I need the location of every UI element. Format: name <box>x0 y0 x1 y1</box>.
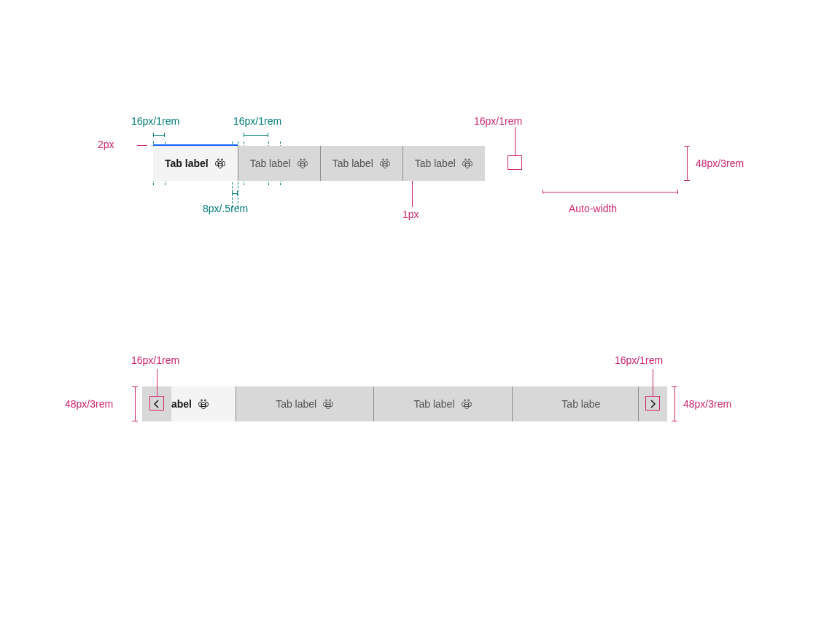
svg-point-7 <box>300 162 305 168</box>
svg-point-6 <box>303 159 305 160</box>
svg-point-12 <box>383 162 387 168</box>
tab-label: Tab label <box>165 158 209 169</box>
bee-icon <box>198 398 209 410</box>
leader <box>515 127 516 155</box>
svg-point-20 <box>201 400 203 401</box>
leader-divider <box>412 181 413 207</box>
anno-height-left: 48px/3rem <box>65 398 113 410</box>
leader <box>653 369 653 396</box>
anno-height: 48px/3rem <box>696 158 744 169</box>
svg-point-2 <box>218 162 222 168</box>
anno-scroll-icon-right: 16px/1rem <box>615 354 663 366</box>
svg-point-25 <box>326 400 327 401</box>
svg-point-21 <box>205 400 206 401</box>
anno-indicator: 2px <box>98 139 114 150</box>
svg-point-5 <box>300 159 301 160</box>
tab-label: Tab label <box>413 398 454 410</box>
measure-scroll-icon-right <box>645 396 660 411</box>
tablist-overflow: abel Tab label Tab label Tab labe <box>142 386 667 421</box>
measure-height-left <box>132 386 138 421</box>
measure-padding-right <box>244 133 268 137</box>
anno-padding-left: 16px/1rem <box>131 115 179 127</box>
tabs-spec-overflow: abel Tab label Tab label Tab labe 16px/1… <box>142 386 667 421</box>
svg-point-26 <box>330 400 331 401</box>
svg-point-1 <box>221 159 222 160</box>
measure-height <box>684 146 690 181</box>
anno-divider: 1px <box>402 209 419 220</box>
measure-gap <box>232 191 238 195</box>
anno-scroll-icon-left: 16px/1rem <box>131 354 179 366</box>
anno-icon-size: 16px/1rem <box>474 115 522 127</box>
measure-icon-size <box>508 155 522 170</box>
tab-1[interactable]: abel <box>171 386 236 421</box>
bee-icon <box>322 398 334 410</box>
tab-label: Tab label <box>276 398 316 410</box>
anno-auto-width: Auto-width <box>569 203 617 214</box>
anno-gap: 8px/.5rem <box>203 203 248 214</box>
bee-icon <box>462 158 473 169</box>
bee-icon <box>461 398 472 410</box>
tab-2[interactable]: Tab label <box>238 146 320 181</box>
svg-point-11 <box>386 159 387 160</box>
svg-point-22 <box>201 402 206 409</box>
tab-2[interactable]: Tab label <box>236 386 373 421</box>
svg-point-30 <box>464 400 465 401</box>
tablist: Tab label Tab label Tab label Tab label <box>153 146 678 181</box>
svg-point-31 <box>467 400 469 401</box>
selected-indicator <box>153 144 238 146</box>
measure-auto-width <box>542 190 678 194</box>
measure-height-right <box>672 386 677 421</box>
leader <box>157 369 158 396</box>
svg-point-17 <box>465 162 470 168</box>
bee-icon <box>379 158 391 169</box>
tab-3[interactable]: Tab label <box>320 146 402 181</box>
tab-label: Tab label <box>250 158 291 169</box>
tab-label: Tab label <box>415 158 456 169</box>
svg-point-0 <box>217 159 219 160</box>
anno-padding-right: 16px/1rem <box>233 115 281 127</box>
svg-point-16 <box>468 159 470 160</box>
tab-label-fragment: abel <box>171 398 192 410</box>
tab-4[interactable]: Tab labe <box>512 386 638 421</box>
tab-label: Tab labe <box>561 398 600 410</box>
svg-point-27 <box>326 402 330 409</box>
measure-indicator <box>137 145 147 146</box>
tabs-spec-default: Tab label Tab label Tab label Tab label <box>153 146 678 181</box>
measure-scroll-icon-left <box>149 396 164 411</box>
bee-icon <box>297 158 308 169</box>
svg-point-32 <box>464 402 469 409</box>
measure-padding-left <box>153 133 165 137</box>
tab-3[interactable]: Tab label <box>373 386 511 421</box>
anno-height-right: 48px/3rem <box>683 398 731 410</box>
tab-label: Tab label <box>332 158 373 169</box>
bee-icon <box>214 158 226 169</box>
tab-4[interactable]: Tab label <box>402 146 485 181</box>
tab-1[interactable]: Tab label <box>153 146 238 181</box>
svg-point-10 <box>382 159 384 160</box>
svg-point-15 <box>464 159 466 160</box>
